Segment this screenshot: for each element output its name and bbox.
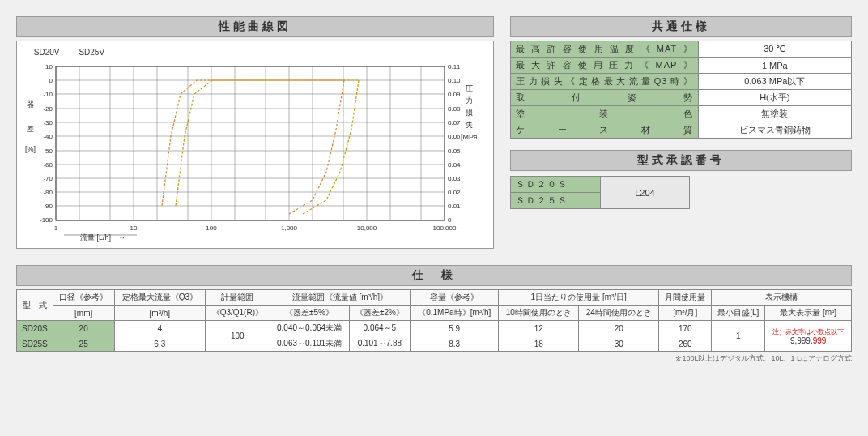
- svg-text:圧: 圧: [466, 84, 473, 92]
- svg-text:0.02: 0.02: [448, 189, 461, 196]
- spec-value: 無塗装: [698, 106, 851, 122]
- svg-text:0.05: 0.05: [448, 147, 461, 155]
- spec-value: 30 ℃: [698, 41, 851, 58]
- cell-d24: 30: [579, 336, 659, 352]
- col-range-unit: 《Q3/Q1(R)》: [206, 306, 270, 321]
- svg-text:-80: -80: [43, 189, 53, 196]
- perf-curve-chart: --- SD20V --- SD25V: [16, 41, 494, 249]
- approval-code: L204: [601, 177, 689, 208]
- table-row: SD20S 20 4 100 0.040～0.064未満 0.064～5 5.9…: [17, 321, 852, 336]
- cell-d10: 12: [499, 321, 579, 336]
- svg-text:-20: -20: [43, 105, 53, 113]
- perf-curve-header: 性能曲線図: [16, 16, 494, 37]
- cell-dia: 20: [53, 321, 114, 336]
- col-display: 表示機構: [712, 290, 852, 306]
- svg-text:-90: -90: [43, 203, 53, 210]
- legend-sd25v: SD25V: [79, 48, 104, 57]
- svg-text:0.06: 0.06: [448, 133, 461, 140]
- cell-maxdisp: 注）赤文字は小数点以下 9,999.999: [765, 321, 852, 352]
- cell-q3: 6.3: [114, 336, 206, 352]
- spec-value: H(水平): [698, 90, 851, 106]
- svg-text:10: 10: [45, 63, 53, 71]
- svg-text:-60: -60: [43, 161, 53, 169]
- svg-rect-0: [56, 66, 445, 220]
- col-dia-unit: [mm]: [53, 306, 114, 321]
- approval-model-1: ＳＤ２０Ｓ: [511, 177, 600, 193]
- cell-cap: 8.3: [411, 336, 499, 352]
- svg-text:-70: -70: [43, 175, 53, 182]
- svg-text:1: 1: [54, 224, 58, 232]
- spec-footnote: ※100L以上はデジタル方式、10L、1 Lはアナログ方式: [16, 353, 852, 364]
- common-spec-table: 最高許容使用温度《MAT》30 ℃最大許容使用圧力《MAP》1 MPa圧力損失《…: [510, 41, 852, 139]
- col-err5: 《器差±5%》: [270, 306, 349, 321]
- svg-text:[MPa]: [MPa]: [461, 133, 477, 141]
- cell-d10: 18: [499, 336, 579, 352]
- svg-text:0.04: 0.04: [448, 161, 461, 169]
- cell-err5: 0.040～0.064未満: [270, 321, 349, 336]
- col-minscale: 最小目盛[L]: [712, 306, 765, 321]
- approval-model-2: ＳＤ２５Ｓ: [511, 193, 600, 208]
- cell-monthly: 170: [659, 321, 712, 336]
- svg-text:0: 0: [49, 77, 53, 84]
- svg-text:0.09: 0.09: [448, 91, 461, 98]
- col-model: 型 式: [17, 290, 53, 321]
- svg-text:力: 力: [466, 96, 473, 105]
- svg-text:差: 差: [27, 125, 34, 133]
- spec-table: 型 式 口径《参考》 定格最大流量《Q3》 計量範囲 流量範囲《流量値 [m³/…: [16, 289, 852, 352]
- cell-monthly: 260: [659, 336, 712, 352]
- col-q3: 定格最大流量《Q3》: [114, 290, 206, 306]
- maxdisp-note: 注）赤文字は小数点以下: [768, 327, 848, 336]
- svg-text:1,000: 1,000: [281, 224, 298, 232]
- col-daily: 1日当たりの使用量 [m³/日]: [499, 290, 659, 306]
- svg-text:-100: -100: [40, 216, 53, 224]
- spec-row: 最高許容使用温度《MAT》30 ℃: [511, 41, 852, 58]
- svg-text:0.07: 0.07: [448, 119, 461, 126]
- approval-box: ＳＤ２０Ｓ ＳＤ２５Ｓ L204: [510, 176, 690, 209]
- svg-text:-50: -50: [43, 147, 53, 155]
- svg-text:失: 失: [466, 121, 473, 129]
- col-flowrange: 流量範囲《流量値 [m³/h]》: [270, 290, 411, 306]
- col-d10: 10時間使用のとき: [499, 306, 579, 321]
- spec-value: 1 MPa: [698, 58, 851, 74]
- cell-model: SD20S: [17, 321, 53, 336]
- chart-legend: --- SD20V --- SD25V: [23, 48, 487, 57]
- approval-header: 型式承認番号: [510, 150, 852, 171]
- col-monthly: 月間使用量: [659, 290, 712, 306]
- svg-text:100,000: 100,000: [433, 224, 457, 232]
- svg-text:0.03: 0.03: [448, 175, 461, 182]
- col-dia: 口径《参考》: [53, 290, 114, 306]
- svg-text:0.08: 0.08: [448, 105, 461, 113]
- svg-text:損: 損: [466, 109, 473, 117]
- spec-label: 塗装色: [511, 106, 699, 122]
- col-maxdisp: 最大表示量 [m³]: [765, 306, 852, 321]
- svg-text:-30: -30: [43, 119, 53, 126]
- spec-label: 最高許容使用温度《MAT》: [511, 41, 699, 58]
- svg-text:器: 器: [27, 100, 34, 109]
- cell-err2: 0.101～7.88: [349, 336, 411, 352]
- col-cap: 容量《参考》: [411, 290, 499, 306]
- svg-text:-10: -10: [43, 91, 53, 98]
- spec-label: 最大許容使用圧力《MAP》: [511, 58, 699, 74]
- svg-text:0: 0: [448, 216, 452, 224]
- cell-d24: 20: [579, 321, 659, 336]
- cell-minscale: 1: [712, 321, 765, 352]
- spec-row: 最大許容使用圧力《MAP》1 MPa: [511, 58, 852, 74]
- col-monthly-unit: [m³/月]: [659, 306, 712, 321]
- spec-row: 塗装色無塗装: [511, 106, 852, 122]
- svg-text:0.01: 0.01: [448, 203, 461, 210]
- legend-sd20v: SD20V: [34, 48, 60, 57]
- col-q3-unit: [m³/h]: [114, 306, 206, 321]
- spec-label: 取付姿勢: [511, 90, 699, 106]
- spec-row: ケース材質ビスマス青銅鋳物: [511, 122, 852, 139]
- svg-text:10: 10: [130, 224, 138, 232]
- spec-row: 取付姿勢H(水平): [511, 90, 852, 106]
- cell-dia: 25: [53, 336, 114, 352]
- spec-row: 圧力損失《定格最大流量Q3時》0.063 MPa以下: [511, 74, 852, 90]
- svg-text:-40: -40: [43, 133, 53, 140]
- svg-text:0.11: 0.11: [448, 63, 461, 71]
- col-d24: 24時間使用のとき: [579, 306, 659, 321]
- cell-err5: 0.063～0.101未満: [270, 336, 349, 352]
- svg-text:流量 [L/h]　→: 流量 [L/h] →: [80, 233, 126, 242]
- spec-value: ビスマス青銅鋳物: [698, 122, 851, 139]
- spec-label: 圧力損失《定格最大流量Q3時》: [511, 74, 699, 90]
